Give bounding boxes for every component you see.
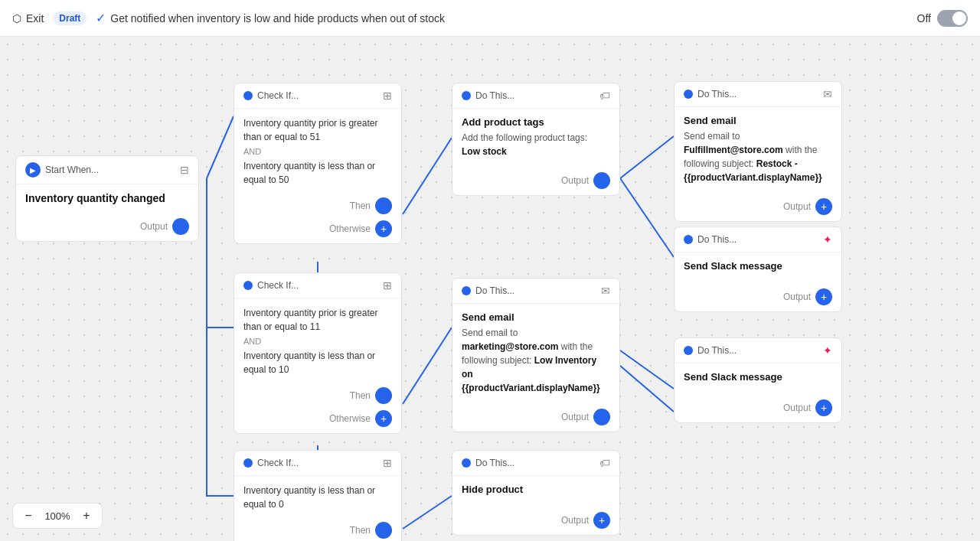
do6-output-connector[interactable]: + bbox=[815, 399, 832, 416]
do1-action-body: Add the following product tags: Low stoc… bbox=[462, 131, 610, 158]
do4-header: Do This... ✉ bbox=[675, 82, 841, 107]
check2-then-label: Then bbox=[350, 390, 371, 401]
do2-body-text: Send email to bbox=[462, 328, 518, 338]
start-node-body: Inventory quantity changed bbox=[16, 184, 198, 212]
do1-output-row: Output bbox=[452, 166, 619, 195]
do5-output-connector[interactable]: + bbox=[815, 288, 832, 305]
do6-output-row: Output + bbox=[675, 393, 841, 422]
check1-otherwise-row: Otherwise + bbox=[234, 217, 401, 243]
check-circle-icon: ✓ bbox=[96, 11, 106, 25]
do1-output-connector[interactable] bbox=[593, 172, 610, 189]
check1-settings-icon[interactable]: ⊞ bbox=[383, 90, 392, 102]
exit-label: Exit bbox=[26, 12, 44, 24]
exit-button[interactable]: ⬡ Exit bbox=[12, 12, 44, 24]
do5-action-title: Send Slack message bbox=[684, 260, 832, 272]
do6-header: Do This... ✦ bbox=[675, 338, 841, 363]
check2-condition1: Inventory quantity prior is greater than… bbox=[243, 306, 392, 334]
check3-settings-icon[interactable]: ⊞ bbox=[383, 457, 392, 469]
do4-output-connector[interactable]: + bbox=[815, 198, 832, 215]
do3-header-left: Do This... bbox=[462, 458, 514, 468]
zoom-controls: − 100% + bbox=[12, 503, 103, 529]
check3-body: Inventory quantity is less than or equal… bbox=[234, 476, 401, 519]
play-icon: ▶ bbox=[25, 162, 41, 178]
check1-dot bbox=[243, 91, 253, 100]
do5-header-left: Do This... bbox=[684, 234, 737, 245]
do3-title: Do This... bbox=[475, 458, 514, 468]
check2-settings-icon[interactable]: ⊞ bbox=[383, 279, 392, 292]
do-this-node-6: Do This... ✦ Send Slack message Output + bbox=[674, 337, 842, 423]
do3-body: Hide product bbox=[452, 476, 619, 506]
check2-condition2: Inventory quantity is less than or equal… bbox=[243, 349, 392, 376]
check2-then-connector[interactable] bbox=[375, 387, 392, 404]
check1-then-connector[interactable] bbox=[375, 197, 392, 214]
do6-header-left: Do This... bbox=[684, 345, 737, 356]
start-node-header: ▶ Start When... ⊟ bbox=[16, 156, 198, 184]
toggle-off-label: Off bbox=[917, 12, 931, 24]
start-output-connector[interactable] bbox=[172, 218, 189, 235]
do4-email: Fulfillment@store.com bbox=[684, 145, 783, 155]
draft-badge: Draft bbox=[53, 11, 87, 25]
workflow-title: Get notified when inventory is low and h… bbox=[110, 12, 445, 24]
check2-otherwise-connector[interactable]: + bbox=[375, 410, 392, 427]
do1-output-label: Output bbox=[561, 175, 589, 186]
check2-header-left: Check If... bbox=[243, 280, 299, 291]
do2-email: marketing@store.com bbox=[462, 341, 558, 352]
do1-body: Add product tags Add the following produ… bbox=[452, 109, 619, 166]
do2-email-icon: ✉ bbox=[601, 285, 610, 297]
do4-dot bbox=[684, 90, 693, 99]
check2-body: Inventory quantity prior is greater than… bbox=[234, 298, 401, 384]
start-output-row: Output bbox=[16, 212, 198, 241]
do4-email-icon: ✉ bbox=[823, 88, 832, 100]
check1-header-left: Check If... bbox=[243, 90, 299, 101]
check2-and: AND bbox=[243, 337, 392, 346]
zoom-out-button[interactable]: − bbox=[19, 507, 38, 525]
do5-title: Do This... bbox=[697, 234, 737, 245]
check3-header-left: Check If... bbox=[243, 458, 299, 468]
do4-output-label: Output bbox=[783, 201, 811, 212]
database-icon: ⊟ bbox=[180, 164, 189, 176]
check1-and: AND bbox=[243, 147, 392, 156]
start-output-label: Output bbox=[140, 221, 168, 232]
check2-title: Check If... bbox=[257, 280, 299, 291]
topbar-left: ⬡ Exit Draft ✓ Get notified when invento… bbox=[12, 11, 445, 25]
do1-header-left: Do This... bbox=[462, 90, 514, 101]
check3-condition1: Inventory quantity is less than or equal… bbox=[243, 484, 392, 511]
do-this-node-2: Do This... ✉ Send email Send email to ma… bbox=[452, 278, 620, 432]
check3-title: Check If... bbox=[257, 458, 299, 468]
toggle-switch[interactable] bbox=[937, 10, 968, 27]
do5-output-label: Output bbox=[783, 292, 811, 302]
do6-body: Send Slack message bbox=[675, 363, 841, 393]
check-if-node-3: Check If... ⊞ Inventory quantity is less… bbox=[234, 450, 402, 541]
do1-action-title: Add product tags bbox=[462, 116, 610, 128]
check2-otherwise-label: Otherwise bbox=[329, 413, 371, 424]
do2-header: Do This... ✉ bbox=[452, 279, 619, 304]
do6-slack-icon: ✦ bbox=[823, 344, 832, 357]
check-if-node-2: Check If... ⊞ Inventory quantity prior i… bbox=[234, 272, 402, 434]
check1-otherwise-connector[interactable]: + bbox=[375, 220, 392, 237]
do3-tag-icon: 🏷 bbox=[599, 457, 610, 469]
check2-otherwise-row: Otherwise + bbox=[234, 407, 401, 433]
check2-dot bbox=[243, 281, 253, 290]
zoom-percent: 100% bbox=[44, 510, 71, 522]
start-node: ▶ Start When... ⊟ Inventory quantity cha… bbox=[15, 155, 199, 242]
topbar-title: ✓ Get notified when inventory is low and… bbox=[96, 11, 445, 25]
do1-tag-value: Low stock bbox=[462, 146, 507, 157]
do5-body: Send Slack message bbox=[675, 253, 841, 282]
do2-output-connector[interactable] bbox=[593, 409, 610, 425]
check2-header: Check If... ⊞ bbox=[234, 273, 401, 298]
do3-output-row: Output + bbox=[452, 506, 619, 535]
check-if-node-1: Check If... ⊞ Inventory quantity prior i… bbox=[234, 83, 402, 244]
zoom-in-button[interactable]: + bbox=[77, 507, 96, 525]
check1-then-row: Then bbox=[234, 194, 401, 217]
do3-output-label: Output bbox=[561, 515, 589, 526]
do3-output-connector[interactable]: + bbox=[593, 512, 610, 529]
do4-body-text: Send email to bbox=[684, 131, 740, 142]
do2-body: Send email Send email to marketing@store… bbox=[452, 304, 619, 402]
do-this-node-1: Do This... 🏷 Add product tags Add the fo… bbox=[452, 83, 620, 196]
do2-action-title: Send email bbox=[462, 311, 610, 323]
do1-tag-icon: 🏷 bbox=[599, 90, 610, 102]
do3-dot bbox=[462, 458, 471, 468]
check3-then-connector[interactable] bbox=[375, 522, 392, 539]
do4-action-title: Send email bbox=[684, 115, 832, 126]
do4-title: Do This... bbox=[697, 89, 737, 99]
